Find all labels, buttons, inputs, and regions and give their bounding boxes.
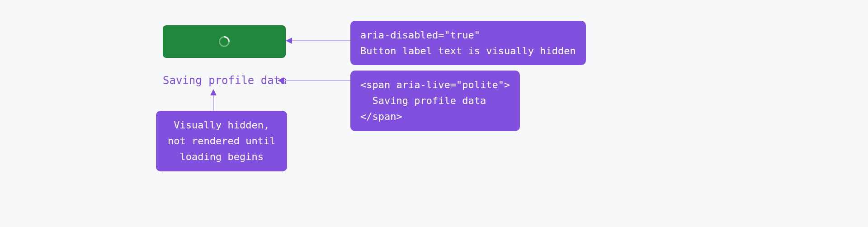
- callout-visually-hidden: Visually hidden, not rendered until load…: [156, 111, 287, 171]
- status-text: Saving profile data: [163, 74, 287, 87]
- callout-line: not rendered until: [168, 133, 275, 149]
- callout-line: Visually hidden,: [168, 117, 275, 133]
- arrow-icon: [278, 76, 350, 85]
- spinner-icon: [217, 34, 232, 49]
- callout-aria-live: <span aria-live="polite"> Saving profile…: [350, 71, 520, 131]
- arrow-icon: [286, 36, 350, 45]
- loading-button[interactable]: [163, 25, 286, 58]
- diagram-canvas: Saving profile data aria-disabled="true"…: [0, 0, 868, 227]
- callout-line: loading begins: [168, 149, 275, 165]
- svg-marker-5: [210, 89, 217, 95]
- callout-aria-disabled: aria-disabled="true" Button label text i…: [350, 21, 586, 65]
- svg-marker-1: [286, 38, 292, 44]
- callout-line: Button label text is visually hidden: [360, 43, 576, 59]
- arrow-icon: [209, 89, 218, 111]
- callout-line: aria-disabled="true": [360, 27, 576, 43]
